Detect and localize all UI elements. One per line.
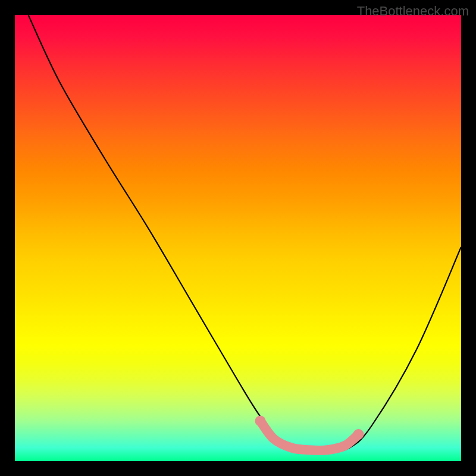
chart-svg	[15, 15, 461, 461]
watermark-text: TheBottleneck.com	[357, 4, 469, 19]
bottleneck-curve-line	[29, 15, 462, 453]
optimal-range-endpoint	[353, 429, 364, 440]
plot-area	[15, 15, 461, 461]
optimal-range-line	[261, 421, 359, 450]
optimal-range-endpoint	[255, 416, 266, 427]
